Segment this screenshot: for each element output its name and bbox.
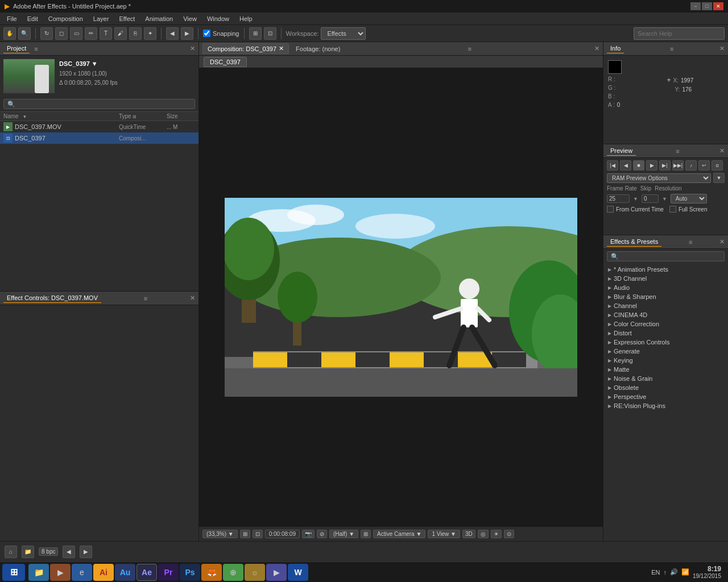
effect-item-noise-grain[interactable]: ▶ Noise & Grain [603,374,728,383]
tool-rect[interactable]: ▭ [70,27,82,40]
effect-item-perspective[interactable]: ▶ Perspective [603,392,728,401]
search-help-input[interactable] [634,27,725,40]
effect-item-blur-sharpen[interactable]: ▶ Blur & Sharpen [603,292,728,301]
comp-exposure-icon[interactable]: ☀ [491,530,502,538]
menu-help[interactable]: Help [235,14,257,23]
play-button[interactable]: ▶ [646,160,657,171]
network-icon[interactable]: 📶 [681,568,689,576]
effects-presets-close[interactable]: ✕ [719,238,725,246]
menu-edit[interactable]: Edit [23,14,43,23]
effect-item-audio[interactable]: ▶ Audio [603,283,728,292]
taskbar-app-misc3[interactable]: ▶ [266,564,287,581]
list-item[interactable]: ⊡ DSC_0397 Composi... [0,132,198,144]
info-panel-menu[interactable]: ≡ [670,45,673,52]
menu-effect[interactable]: Effect [114,14,139,23]
first-frame-button[interactable]: |◀ [607,160,618,171]
menu-layer[interactable]: Layer [89,14,114,23]
comp-color-icon[interactable]: ⊙ [504,530,514,538]
taskbar-audition[interactable]: Au [115,564,135,581]
start-button[interactable]: ⊞ [2,564,25,581]
effect-item-expression-controls[interactable]: ▶ Expression Controls [603,338,728,347]
stop-button[interactable]: ■ [633,160,644,171]
comp-panel-close[interactable]: ✕ [594,45,599,52]
comp-fit-button[interactable]: ⊞ [240,530,250,538]
taskbar-wmp[interactable]: ▶ [50,564,71,581]
tool-paint[interactable]: 🖌 [114,27,127,40]
menu-file[interactable]: File [2,14,22,23]
info-panel-close[interactable]: ✕ [719,45,725,52]
comp-panel-menu[interactable]: ≡ [468,45,471,52]
tool-rotate[interactable]: ↻ [40,27,53,40]
audio-button[interactable]: ♪ [685,160,697,171]
frame-rate-field[interactable] [607,194,630,203]
footage-tab[interactable]: Footage: (none) [291,44,345,53]
tool-puppet[interactable]: ✦ [144,27,156,40]
taskbar-after-effects[interactable]: Ae [136,564,157,581]
effect-item-revision-plugins[interactable]: ▶ RE:Vision Plug-ins [603,401,728,410]
status-next[interactable]: ▶ [80,546,92,558]
comp-tab-close-icon[interactable]: ✕ [279,45,284,52]
effects-presets-menu[interactable]: ≡ [689,239,692,246]
comp-3d-toggle[interactable]: 3D [462,530,475,538]
last-frame-button[interactable]: ▶▶| [672,160,684,171]
list-item[interactable]: ▶ DSC_0397.MOV QuickTime ... M [0,121,198,132]
close-button[interactable]: ✕ [713,2,723,10]
ram-preview-options-select[interactable]: RAM Preview Options [607,173,711,183]
effect-item-generate[interactable]: ▶ Generate [603,347,728,356]
effect-controls-close[interactable]: ✕ [190,294,195,302]
alpha-button[interactable]: α [712,160,723,171]
volume-icon[interactable]: 🔊 [670,568,678,576]
preview-options-arrow[interactable]: ▼ [713,173,725,183]
tab-info[interactable]: Info [607,44,624,53]
taskbar-explorer[interactable]: 📁 [28,564,49,581]
resolution-select[interactable]: Auto Full Half Third Quarter [671,194,707,203]
next-frame-button[interactable]: ▶| [659,160,671,171]
quality-select[interactable]: (Half) ▼ [329,530,358,538]
tool-select[interactable]: ◻ [55,27,68,40]
taskbar-ie[interactable]: e [72,564,92,581]
taskbar-app-misc2[interactable]: ☼ [245,564,265,581]
tool-pen[interactable]: ✏ [85,27,97,40]
active-camera-select[interactable]: Active Camera ▼ [373,530,425,538]
preview-panel-menu[interactable]: ≡ [676,148,679,155]
home-button[interactable]: ⌂ [5,546,17,558]
comp-inner-tab[interactable]: DSC_0397 [204,57,247,67]
project-panel-close[interactable]: ✕ [190,45,195,52]
effect-item-cinema4d[interactable]: ▶ CINEMA 4D [603,310,728,319]
skip-field[interactable] [642,194,659,203]
tab-effect-controls[interactable]: Effect Controls: DSC_0397.MOV [3,293,101,303]
taskbar-firefox[interactable]: 🦊 [201,564,222,581]
tool-extra2[interactable]: ⊡ [264,27,276,40]
taskbar-illustrator[interactable]: Ai [93,564,114,581]
comp-motion-blur[interactable]: ⊘ [317,530,327,538]
effect-item-channel[interactable]: ▶ Channel [603,301,728,310]
status-prev[interactable]: ◀ [63,546,75,558]
comp-checkerboard[interactable]: ⊞ [361,530,371,538]
effect-item-animation-presets[interactable]: ▶ * Animation Presets [603,265,728,274]
tool-clone[interactable]: ⎘ [129,27,142,40]
workspace-select[interactable]: Effects Standard Minimal [321,27,366,40]
comp-grid-button[interactable]: ⊡ [253,530,263,538]
effect-item-obsolete[interactable]: ▶ Obsolete [603,383,728,392]
comp-render-toggle[interactable]: ◎ [478,530,489,538]
folder-button[interactable]: 📁 [22,546,34,558]
full-screen-checkbox[interactable] [669,206,676,213]
taskbar-app-misc1[interactable]: ⊕ [223,564,243,581]
minimize-button[interactable]: − [690,2,701,10]
taskbar-premiere[interactable]: Pr [158,564,179,581]
tool-extra1[interactable]: ⊞ [249,27,262,40]
loop-button[interactable]: ↩ [698,160,710,171]
skip-dropdown[interactable]: ▼ [662,196,667,202]
taskbar-word[interactable]: W [288,564,308,581]
menu-composition[interactable]: Composition [44,14,88,23]
tab-project[interactable]: Project [3,44,30,53]
tool-type[interactable]: T [100,27,112,40]
frame-dropdown[interactable]: ▼ [633,196,638,202]
maximize-button[interactable]: □ [702,2,712,10]
taskbar-photoshop[interactable]: Ps [180,564,200,581]
menu-window[interactable]: Window [202,14,234,23]
zoom-control[interactable]: (33,3%) ▼ [202,530,238,538]
effect-controls-menu[interactable]: ≡ [144,295,147,302]
tool-zoom[interactable]: 🔍 [18,27,31,40]
project-search-input[interactable] [3,99,195,109]
